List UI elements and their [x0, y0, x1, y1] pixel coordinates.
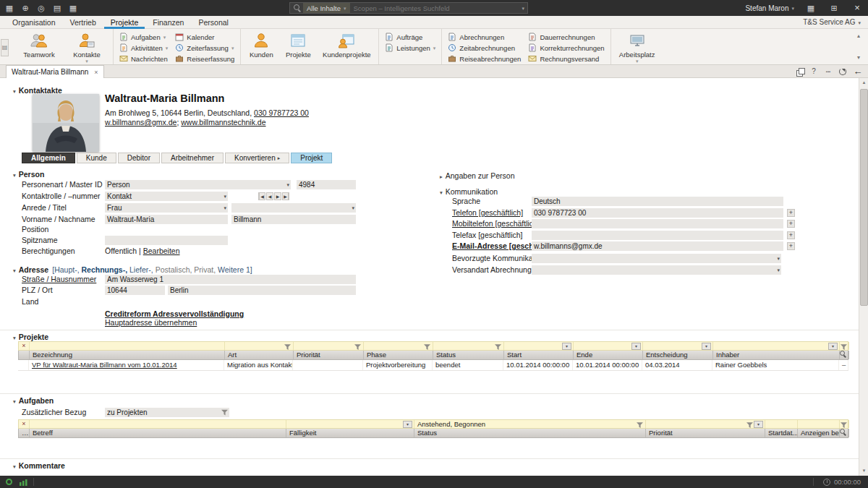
- connection-status-icon[interactable]: [6, 479, 12, 485]
- tab-arbeitnehmer[interactable]: Arbeitnehmer: [161, 153, 224, 163]
- scroll-down-icon[interactable]: ▼: [859, 466, 868, 476]
- filter-betreff[interactable]: [30, 420, 286, 428]
- ribbon-collapse-up-icon[interactable]: ▴: [854, 32, 864, 40]
- filter-icon[interactable]: [424, 344, 430, 351]
- label-mobiltelefon-link[interactable]: Mobiltelefon [geschäftlich]: [452, 219, 540, 228]
- filter-faelligkeit[interactable]: ▾: [286, 420, 414, 428]
- menu-organisation[interactable]: Organisation: [6, 16, 62, 29]
- ribbon-button-kontakte[interactable]: Kontakte ▾: [67, 30, 107, 64]
- clear-filter-icon[interactable]: ×: [19, 342, 30, 350]
- scrollbar-thumb[interactable]: [860, 89, 868, 306]
- menu-vertrieb[interactable]: Vertrieb: [64, 16, 103, 29]
- section-kommentare[interactable]: ▾Kommentare: [13, 461, 65, 470]
- dropdown-button[interactable]: ▾: [702, 343, 711, 350]
- column-header[interactable]: Start: [504, 351, 574, 359]
- column-header[interactable]: Startdat...: [765, 429, 798, 437]
- global-search[interactable]: Alle Inhalte ▾ ▾: [289, 2, 528, 14]
- filter-icon[interactable]: [746, 422, 753, 429]
- filter-bezeichnung[interactable]: [30, 342, 225, 350]
- section-kommunikation[interactable]: ▾Kommunikation: [440, 187, 498, 196]
- master-id-field[interactable]: 4984: [297, 180, 356, 189]
- section-aufgaben[interactable]: ▾Aufgaben: [13, 396, 54, 405]
- ribbon-item-abrechnungen[interactable]: Abrechnungen: [448, 33, 521, 41]
- back-icon[interactable]: ←: [852, 67, 864, 77]
- plz-field[interactable]: 10644: [105, 286, 165, 295]
- statistics-icon[interactable]: [20, 479, 27, 486]
- ribbon-button-projekte[interactable]: Projekte: [283, 30, 313, 59]
- add-mobile-button[interactable]: +: [787, 220, 795, 228]
- apps-icon[interactable]: ▦: [804, 2, 817, 14]
- filter-icon[interactable]: [284, 344, 291, 351]
- tab-kunde[interactable]: Kunde: [77, 153, 116, 163]
- contact-website-link[interactable]: www.billmannstechnik.de: [181, 118, 265, 127]
- filter-prioritaet[interactable]: [294, 342, 364, 350]
- versandart-dropdown[interactable]: ▾: [532, 265, 781, 275]
- modules-icon[interactable]: ▤: [51, 2, 64, 14]
- column-header[interactable]: Priorität: [294, 351, 364, 359]
- dropdown-button[interactable]: ▾: [828, 343, 838, 350]
- variant-postalisch[interactable]: Postalisch,: [156, 265, 192, 274]
- edit-permissions-link[interactable]: Bearbeiten: [143, 247, 180, 255]
- column-header[interactable]: Phase: [364, 351, 433, 359]
- filter-icon[interactable]: [637, 422, 643, 429]
- app-launcher-icon[interactable]: ▦: [3, 2, 16, 14]
- section-adresse[interactable]: ▾Adresse[Haupt-, Rechnungs-, Liefer-, Po…: [13, 265, 252, 274]
- bezug-dropdown[interactable]: zu Projekten: [105, 408, 229, 417]
- tab-projekt[interactable]: Projekt: [291, 153, 332, 163]
- column-header[interactable]: Entscheidung: [643, 351, 713, 359]
- document-tab[interactable]: Waltraut-Maria Billmann ×: [6, 65, 104, 78]
- variant-privat[interactable]: Privat,: [194, 265, 216, 274]
- filter-inhaber[interactable]: ▾: [713, 342, 840, 350]
- spitzname-field[interactable]: [105, 236, 228, 245]
- strasse-field[interactable]: Am Wasserweg 1: [105, 275, 356, 284]
- filter-status[interactable]: Anstehend, Begonnen: [414, 420, 646, 428]
- clear-filter-icon[interactable]: ×: [19, 420, 30, 428]
- section-person[interactable]: ▾Person: [13, 170, 44, 179]
- nav-next-button[interactable]: ▶: [274, 192, 281, 200]
- menu-personal[interactable]: Personal: [192, 16, 234, 29]
- tab-konvertieren[interactable]: Konvertieren▸: [225, 153, 289, 163]
- ribbon-button-arbeitsplatz[interactable]: Arbeitsplatz ▾: [617, 30, 658, 64]
- ribbon-button-kunden[interactable]: Kunden: [247, 30, 276, 59]
- column-header[interactable]: Ende: [574, 351, 643, 359]
- ribbon-item-reiseabrechnungen[interactable]: Reiseabrechnungen: [448, 54, 521, 63]
- filter-entscheidung[interactable]: ▾: [643, 342, 713, 350]
- dropdown-button[interactable]: ▾: [754, 421, 763, 428]
- company-selector[interactable]: T&S Service AG ▾: [803, 16, 861, 29]
- close-icon[interactable]: ×: [94, 69, 98, 76]
- telefon-field[interactable]: 030 9787723 00: [532, 208, 783, 218]
- label-strasse-link[interactable]: Straße / Hausnummer: [22, 275, 96, 284]
- more-icon[interactable]: •••: [823, 67, 833, 77]
- column-header[interactable]: Priorität: [646, 429, 765, 437]
- filter-icon[interactable]: [841, 422, 847, 429]
- filter-phase[interactable]: [364, 342, 433, 350]
- filter-icon[interactable]: [841, 344, 847, 351]
- filter-icon[interactable]: [354, 344, 361, 351]
- search-input[interactable]: [350, 4, 522, 12]
- ribbon-item-leistungen[interactable]: Leistungen ▾: [385, 43, 435, 52]
- help-icon[interactable]: ?: [810, 67, 817, 77]
- menu-finanzen[interactable]: Finanzen: [146, 16, 190, 29]
- ribbon-item-aktivitaeten[interactable]: Aktivitäten ▾: [119, 43, 168, 52]
- user-menu[interactable]: Stefan Maron ▾: [745, 4, 794, 12]
- nav-first-button[interactable]: ◀: [258, 192, 265, 200]
- hauptadresse-link[interactable]: Hauptadresse übernehmen: [105, 318, 197, 328]
- close-icon[interactable]: ×: [851, 2, 864, 14]
- email-field[interactable]: w.billmanns@gmx.de: [532, 241, 783, 251]
- nav-last-button[interactable]: ▶: [282, 192, 289, 200]
- filter-ende[interactable]: ▾: [574, 342, 643, 350]
- projekte-data-row[interactable]: VP für Waltraut-Maria Billmann vom 10.01…: [18, 360, 848, 371]
- tab-allgemein[interactable]: Allgemein: [22, 153, 75, 163]
- scroll-up-icon[interactable]: ▲: [859, 78, 868, 87]
- ribbon-item-nachrichten[interactable]: Nachrichten: [119, 54, 168, 63]
- filter-icon[interactable]: [495, 344, 501, 351]
- search-history-icon[interactable]: ▾: [522, 6, 524, 11]
- column-header[interactable]: Art: [225, 351, 294, 359]
- nachname-field[interactable]: Billmann: [231, 215, 356, 224]
- titel-dropdown[interactable]: ▾: [231, 203, 356, 213]
- time-tracking[interactable]: 00:00:00: [807, 478, 861, 486]
- search-scope-dropdown[interactable]: Alle Inhalte ▾: [303, 3, 350, 13]
- row-options-icon[interactable]: …: [19, 429, 30, 437]
- telefax-field[interactable]: [532, 231, 783, 240]
- sidebar-toggle[interactable]: ▤: [1, 39, 9, 56]
